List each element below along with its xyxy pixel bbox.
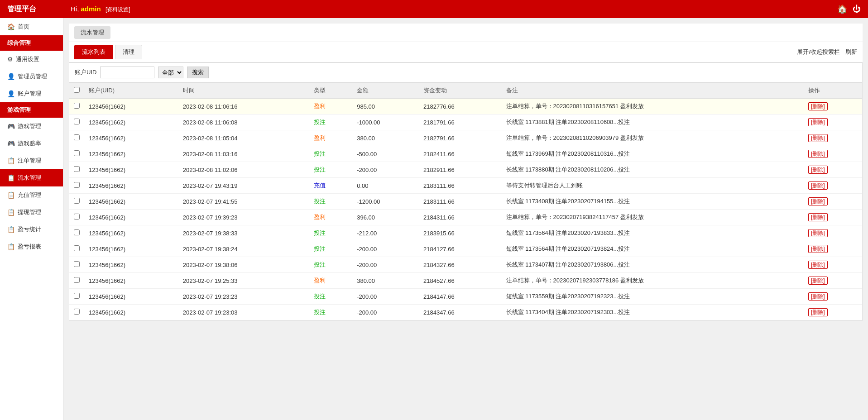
delete-link[interactable]: [删除]: [808, 292, 828, 301]
odds-icon: 🎮: [7, 140, 15, 147]
table-row: 123456(1662) 2023-02-07 19:23:23 投注 -200…: [69, 289, 862, 305]
row-checkbox[interactable]: [74, 134, 80, 140]
expand-search-link[interactable]: 展开/收起搜索栏: [797, 48, 840, 56]
sidebar-item-game-odds[interactable]: 🎮 游戏赔率: [0, 135, 63, 152]
row-type: 投注: [309, 162, 352, 178]
sidebar-item-account-manage[interactable]: 👤 账户管理: [0, 85, 63, 102]
row-action[interactable]: [删除]: [804, 130, 862, 146]
row-time: 2023-02-07 19:38:24: [178, 241, 310, 257]
row-time: 2023-02-07 19:43:19: [178, 178, 310, 194]
row-amount: 380.00: [352, 273, 419, 289]
game-icon: 🎮: [7, 123, 15, 130]
tab-clear[interactable]: 清理: [115, 45, 142, 59]
col-time: 时间: [178, 83, 310, 99]
delete-link[interactable]: [删除]: [808, 197, 828, 205]
row-remark: 长线室 1173880期 注单20230208110206...投注: [502, 162, 804, 178]
delete-link[interactable]: [删除]: [808, 181, 828, 190]
col-uid: 账户(UID): [84, 83, 178, 99]
row-fund-change: 2183111.66: [419, 194, 502, 210]
row-checkbox[interactable]: [74, 293, 80, 299]
delete-link[interactable]: [删除]: [808, 229, 828, 237]
delete-link[interactable]: [删除]: [808, 134, 828, 142]
refresh-link[interactable]: 刷新: [845, 48, 857, 56]
sidebar-item-profit-report[interactable]: 📋 盈亏报表: [0, 238, 63, 255]
row-time: 2023-02-07 19:25:33: [178, 273, 310, 289]
table-row: 123456(1662) 2023-02-08 11:06:16 盈利 985.…: [69, 99, 862, 115]
row-checkbox[interactable]: [74, 245, 80, 251]
row-checkbox[interactable]: [74, 198, 80, 204]
row-uid: 123456(1662): [84, 241, 178, 257]
tab-flow-list[interactable]: 流水列表: [74, 45, 113, 59]
sidebar-item-admin-manage[interactable]: 👤 管理员管理: [0, 68, 63, 85]
select-all-checkbox[interactable]: [74, 87, 80, 93]
row-checkbox[interactable]: [74, 166, 80, 172]
sidebar-item-withdraw-manage[interactable]: 📋 提现管理: [0, 204, 63, 221]
row-action[interactable]: [删除]: [804, 146, 862, 162]
row-action[interactable]: [删除]: [804, 241, 862, 257]
delete-link[interactable]: [删除]: [808, 213, 828, 221]
row-time: 2023-02-08 11:03:16: [178, 146, 310, 162]
sidebar-item-recharge-manage[interactable]: 📋 充值管理: [0, 186, 63, 204]
row-action[interactable]: [删除]: [804, 178, 862, 194]
row-uid: 123456(1662): [84, 305, 178, 320]
row-checkbox[interactable]: [74, 214, 80, 220]
row-fund-change: 2184347.66: [419, 305, 502, 320]
bet-manage-label: 注单管理: [18, 157, 41, 165]
sidebar-item-home[interactable]: 🏠 首页: [0, 18, 63, 35]
row-action[interactable]: [删除]: [804, 210, 862, 225]
sidebar-item-profit-stats[interactable]: 📋 盈亏统计: [0, 221, 63, 238]
row-checkbox[interactable]: [74, 229, 80, 235]
row-checkbox[interactable]: [74, 182, 80, 188]
row-action[interactable]: [删除]: [804, 194, 862, 210]
delete-link[interactable]: [删除]: [808, 308, 828, 316]
col-checkbox: [69, 83, 84, 99]
section-comprehensive: 综合管理: [0, 35, 63, 51]
row-checkbox[interactable]: [74, 309, 80, 315]
username-label: admin: [81, 5, 101, 13]
flow-manage-label: 流水管理: [18, 174, 41, 182]
row-checkbox[interactable]: [74, 150, 80, 156]
row-action[interactable]: [删除]: [804, 162, 862, 178]
sidebar-item-general-settings[interactable]: ⚙ 通用设置: [0, 51, 63, 68]
row-remark: 注单结算，单号：20230207192303778186 盈利发放: [502, 273, 804, 289]
power-icon[interactable]: ⏻: [853, 5, 861, 14]
col-type: 类型: [309, 83, 352, 99]
row-checkbox[interactable]: [74, 103, 80, 109]
row-checkbox[interactable]: [74, 261, 80, 267]
delete-link[interactable]: [删除]: [808, 166, 828, 174]
row-action[interactable]: [删除]: [804, 225, 862, 241]
game-manage-label: 游戏管理: [18, 122, 41, 130]
row-action[interactable]: [删除]: [804, 289, 862, 305]
delete-link[interactable]: [删除]: [808, 261, 828, 269]
delete-link[interactable]: [删除]: [808, 150, 828, 158]
profile-link[interactable]: [资料设置]: [106, 6, 130, 13]
delete-link[interactable]: [删除]: [808, 102, 828, 110]
home-icon[interactable]: 🏠: [837, 4, 847, 14]
row-remark: 短线室 1173559期 注单20230207192323...投注: [502, 289, 804, 305]
brand-label: 管理平台: [7, 5, 71, 14]
row-type: 盈利: [309, 99, 352, 115]
delete-link[interactable]: [删除]: [808, 277, 828, 285]
uid-input[interactable]: [100, 67, 154, 78]
delete-link[interactable]: [删除]: [808, 245, 828, 253]
sidebar-item-flow-manage[interactable]: 📋 流水管理: [0, 169, 63, 186]
sidebar-item-game-manage[interactable]: 🎮 游戏管理: [0, 118, 63, 135]
type-select[interactable]: 全部: [158, 67, 183, 78]
delete-link[interactable]: [删除]: [808, 118, 828, 126]
row-checkbox[interactable]: [74, 119, 80, 124]
row-time: 2023-02-08 11:06:08: [178, 115, 310, 130]
row-action[interactable]: [删除]: [804, 257, 862, 273]
row-checkbox[interactable]: [74, 277, 80, 283]
row-action[interactable]: [删除]: [804, 273, 862, 289]
row-fund-change: 2182411.66: [419, 146, 502, 162]
parent-tab[interactable]: 流水管理: [74, 26, 110, 39]
row-remark: 长线室 1173881期 注单20230208110608...投注: [502, 115, 804, 130]
search-button[interactable]: 搜索: [187, 67, 209, 78]
sidebar-item-bet-manage[interactable]: 📋 注单管理: [0, 152, 63, 169]
row-type: 盈利: [309, 130, 352, 146]
row-action[interactable]: [删除]: [804, 99, 862, 115]
row-amount: -500.00: [352, 146, 419, 162]
row-action[interactable]: [删除]: [804, 305, 862, 320]
table-header-row: 账户(UID) 时间 类型 金额 资金变动 备注 操作: [69, 83, 862, 99]
row-action[interactable]: [删除]: [804, 115, 862, 130]
